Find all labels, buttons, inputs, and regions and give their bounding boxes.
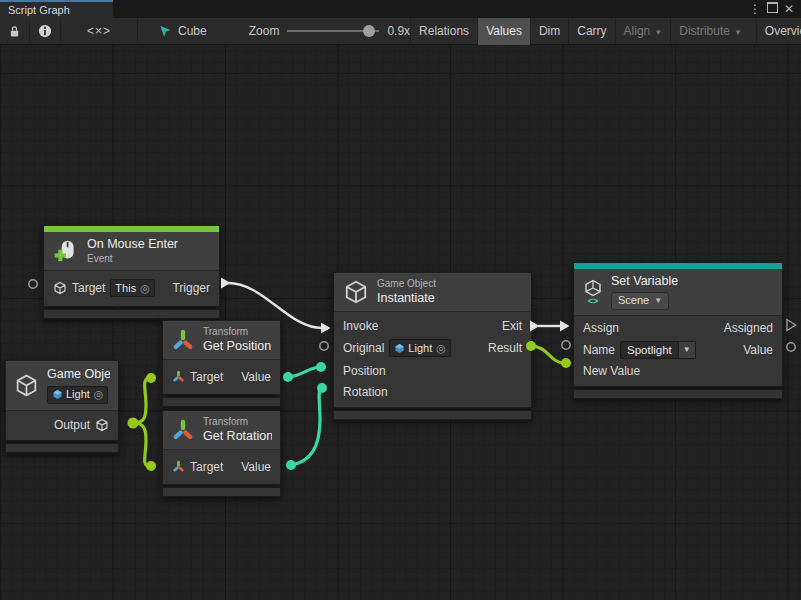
node-title: Game Object xyxy=(47,367,110,383)
chevron-down-icon: ▼ xyxy=(679,341,696,359)
port-label-result: Result xyxy=(488,341,522,355)
mouse-enter-icon xyxy=(53,238,79,264)
port-label-assign: Assign xyxy=(583,321,619,335)
distribute-button[interactable]: Distribute▼ xyxy=(670,18,750,45)
node-footer xyxy=(333,410,532,420)
menu-kebab-icon[interactable]: ⋮ xyxy=(749,0,761,18)
info-icon xyxy=(38,24,52,38)
node-footer xyxy=(162,397,281,407)
port-label-name: Name xyxy=(583,343,615,357)
port-label-value: Value xyxy=(241,460,271,474)
original-object-field[interactable]: Light ◎ xyxy=(389,339,450,357)
lock-icon xyxy=(8,25,21,38)
variable-name-dropdown[interactable]: Spotlight ▼ xyxy=(620,341,696,359)
node-footer xyxy=(5,443,119,453)
node-set-variable[interactable]: <> Set Variable Scene ▼ Assign Assigned … xyxy=(573,262,783,399)
port-label-target: Target xyxy=(72,281,105,295)
unity-object-icon xyxy=(52,389,63,400)
game-object-cube-icon xyxy=(95,418,109,432)
set-variable-icon: <> xyxy=(583,279,603,305)
object-picker-icon[interactable]: ◎ xyxy=(94,388,104,402)
node-get-position[interactable]: Transform Get Position Target Value xyxy=(162,320,281,407)
chevron-down-icon: ▼ xyxy=(734,28,742,37)
preview-code-button[interactable]: <×> xyxy=(61,18,138,45)
port-label-trigger: Trigger xyxy=(172,281,210,295)
zoom-label: Zoom xyxy=(249,24,280,38)
node-subtitle: Event xyxy=(87,253,178,266)
object-picker-icon[interactable]: ◎ xyxy=(140,282,150,295)
node-on-mouse-enter[interactable]: On Mouse Enter Event Target This ◎ Trigg… xyxy=(43,225,220,319)
inspector-button[interactable] xyxy=(30,18,61,45)
node-category: Transform xyxy=(203,326,271,339)
overview-button[interactable]: Overview xyxy=(756,18,801,45)
transform-mini-icon xyxy=(172,370,185,383)
node-footer xyxy=(43,309,220,319)
node-title: Set Variable xyxy=(611,274,678,290)
node-instantiate[interactable]: Game Object Instantiate Invoke Exit Orig… xyxy=(333,272,532,420)
maximize-icon[interactable] xyxy=(767,0,778,18)
target-object-field[interactable]: This ◎ xyxy=(110,279,154,297)
close-icon[interactable]: ✕ xyxy=(784,0,794,18)
chevron-down-icon: ▼ xyxy=(654,296,662,306)
game-object-cube-icon xyxy=(343,279,369,305)
port-label-position: Position xyxy=(343,364,386,378)
graph-toolbar: <×> Cube Zoom 0.9x Relations Values Dim … xyxy=(0,18,801,45)
transform-icon xyxy=(171,328,195,352)
node-category: Transform xyxy=(203,416,272,429)
node-category: Game Object xyxy=(377,278,436,291)
node-game-object-literal[interactable]: Game Object Light ◎ Output xyxy=(5,360,119,453)
port-label-target: Target xyxy=(190,370,223,384)
port-label-rotation: Rotation xyxy=(343,385,388,399)
zoom-slider[interactable] xyxy=(287,25,379,37)
game-object-cube-icon xyxy=(14,373,39,398)
object-field[interactable]: Light ◎ xyxy=(47,386,108,404)
port-label-assigned: Assigned xyxy=(724,321,773,335)
window-controls: ⋮ ✕ xyxy=(749,0,801,18)
node-footer xyxy=(573,389,783,399)
port-label-target: Target xyxy=(190,460,223,474)
variable-brackets-icon: <> xyxy=(588,297,599,305)
breadcrumb-label: Cube xyxy=(178,24,207,38)
carry-button[interactable]: Carry xyxy=(568,18,614,45)
node-title: On Mouse Enter xyxy=(87,237,178,253)
zoom-value: 0.9x xyxy=(387,24,410,38)
relations-button[interactable]: Relations xyxy=(410,18,477,45)
node-title: Get Rotation xyxy=(203,429,272,445)
unity-object-icon xyxy=(394,343,405,354)
align-button[interactable]: Align▼ xyxy=(615,18,671,45)
node-footer xyxy=(162,487,281,497)
transform-mini-icon xyxy=(172,460,185,473)
tab-title: Script Graph xyxy=(8,4,70,16)
dim-button[interactable]: Dim xyxy=(530,18,568,45)
zoom-slider-handle[interactable] xyxy=(363,25,375,37)
breadcrumb[interactable]: Cube xyxy=(158,24,207,39)
port-label-value: Value xyxy=(743,343,773,357)
values-button[interactable]: Values xyxy=(477,18,530,45)
zoom-control: Zoom 0.9x xyxy=(249,24,410,38)
port-label-original: Original xyxy=(343,341,384,355)
node-title: Get Position xyxy=(203,339,271,355)
port-label-output: Output xyxy=(54,418,90,432)
toolbar-toggles: Relations Values Dim Carry Align▼ Distri… xyxy=(410,18,801,45)
port-label-invoke: Invoke xyxy=(343,319,378,333)
node-title: Instantiate xyxy=(377,291,436,307)
game-object-cube-icon xyxy=(53,281,67,295)
lock-button[interactable] xyxy=(0,18,30,45)
script-graph-icon xyxy=(158,24,173,39)
script-graph-window: Script Graph ⋮ ✕ <×> Cube xyxy=(0,0,801,600)
transform-icon xyxy=(171,418,195,442)
object-picker-icon[interactable]: ◎ xyxy=(436,342,446,355)
port-label-exit: Exit xyxy=(502,319,522,333)
port-label-value: Value xyxy=(241,370,271,384)
tab-script-graph[interactable]: Script Graph xyxy=(0,0,113,18)
tab-strip: Script Graph ⋮ ✕ xyxy=(0,0,801,18)
port-label-new-value: New Value xyxy=(583,364,640,378)
variable-kind-dropdown[interactable]: Scene ▼ xyxy=(611,292,669,310)
node-get-rotation[interactable]: Transform Get Rotation Target Value xyxy=(162,410,281,497)
chevron-down-icon: ▼ xyxy=(654,28,662,37)
code-icon: <×> xyxy=(87,24,111,38)
